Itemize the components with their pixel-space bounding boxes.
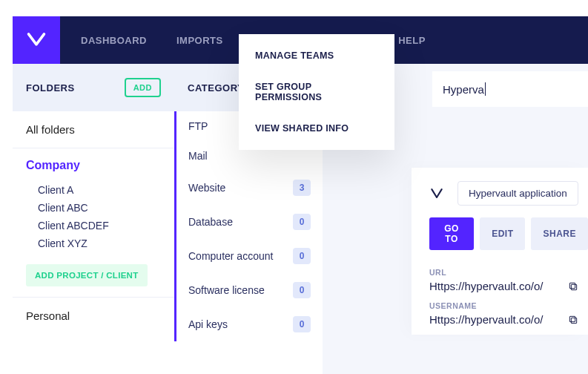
add-folder-button[interactable]: ADD xyxy=(125,78,161,97)
share-button[interactable]: SHARE xyxy=(531,217,588,250)
client-item[interactable]: Client ABC xyxy=(38,199,161,217)
detail-card: Hypervault application GO TO EDIT SHARE … xyxy=(412,168,588,335)
category-count-badge: 0 xyxy=(293,248,311,264)
folders-panel: FOLDERS ADD All folders Company Client A… xyxy=(13,64,174,374)
search-box[interactable]: Hyperva xyxy=(432,71,588,107)
dropdown-view-shared[interactable]: VIEW SHARED INFO xyxy=(239,113,394,144)
folder-company[interactable]: Company xyxy=(26,159,161,172)
category-title: CATEGORY xyxy=(188,82,244,94)
logo[interactable] xyxy=(13,16,60,64)
teams-dropdown: MANAGE TEAMS SET GROUP PERMISSIONS VIEW … xyxy=(239,34,394,150)
category-label: Software license xyxy=(188,284,265,296)
search-input[interactable]: Hyperva xyxy=(443,83,484,96)
client-item[interactable]: Client ABCDEF xyxy=(38,217,161,234)
category-item-database[interactable]: Database 0 xyxy=(176,205,323,239)
client-list: Client A Client ABC Client ABCDEF Client… xyxy=(26,181,161,252)
category-label: Website xyxy=(188,182,225,194)
category-label: Api keys xyxy=(188,318,228,330)
dropdown-manage-teams[interactable]: MANAGE TEAMS xyxy=(239,40,394,71)
svg-rect-2 xyxy=(571,318,576,323)
dropdown-set-permissions[interactable]: SET GROUP PERMISSIONS xyxy=(239,71,394,113)
edit-button[interactable]: EDIT xyxy=(480,217,525,250)
field-label: URL xyxy=(429,268,588,277)
category-item-website[interactable]: Website 3 xyxy=(176,171,323,205)
nav-imports[interactable]: IMPORTS xyxy=(176,35,223,46)
folder-personal[interactable]: Personal xyxy=(13,298,174,334)
svg-rect-3 xyxy=(569,316,575,321)
folder-all[interactable]: All folders xyxy=(13,111,174,148)
text-cursor-icon xyxy=(485,82,486,96)
folder-company-section: Company Client A Client ABC Client ABCDE… xyxy=(13,148,174,298)
field-username: USERNAME Https://hypervault.co/o/ xyxy=(429,301,588,326)
logo-v-icon xyxy=(26,30,47,50)
nav-dashboard[interactable]: DASHBOARD xyxy=(81,35,147,46)
copy-icon[interactable] xyxy=(567,280,579,292)
svg-rect-1 xyxy=(569,283,575,288)
goto-button[interactable]: GO TO xyxy=(429,217,474,250)
field-label: USERNAME xyxy=(429,301,588,310)
action-row: GO TO EDIT SHARE xyxy=(429,217,588,250)
nav-help[interactable]: HELP xyxy=(398,35,426,46)
folders-header: FOLDERS ADD xyxy=(13,64,174,111)
category-item-computer-account[interactable]: Computer account 0 xyxy=(176,239,323,273)
app-name-chip[interactable]: Hypervault application xyxy=(457,181,578,206)
category-item-software-license[interactable]: Software license 0 xyxy=(176,273,323,307)
field-url: URL Https://hypervault.co/o/ xyxy=(429,268,588,292)
client-item[interactable]: Client A xyxy=(38,181,161,199)
add-project-button[interactable]: ADD PROJECT / CLIENT xyxy=(26,264,148,286)
app-logo-icon xyxy=(429,186,444,201)
category-count-badge: 0 xyxy=(293,214,311,230)
copy-icon[interactable] xyxy=(567,314,579,326)
svg-rect-0 xyxy=(571,284,576,289)
category-label: Computer account xyxy=(188,250,273,262)
category-item-api-keys[interactable]: Api keys 0 xyxy=(176,307,323,341)
category-label: Database xyxy=(188,216,233,228)
client-item[interactable]: Client XYZ xyxy=(38,234,161,252)
category-count-badge: 3 xyxy=(293,180,311,196)
field-value: Https://hypervault.co/o/ xyxy=(429,280,543,292)
category-label: FTP xyxy=(188,120,208,132)
category-count-badge: 0 xyxy=(293,282,311,298)
folders-title: FOLDERS xyxy=(26,82,75,94)
field-value: Https://hypervault.co/o/ xyxy=(429,313,543,326)
category-label: Mail xyxy=(188,150,208,162)
category-count-badge: 0 xyxy=(293,316,311,332)
